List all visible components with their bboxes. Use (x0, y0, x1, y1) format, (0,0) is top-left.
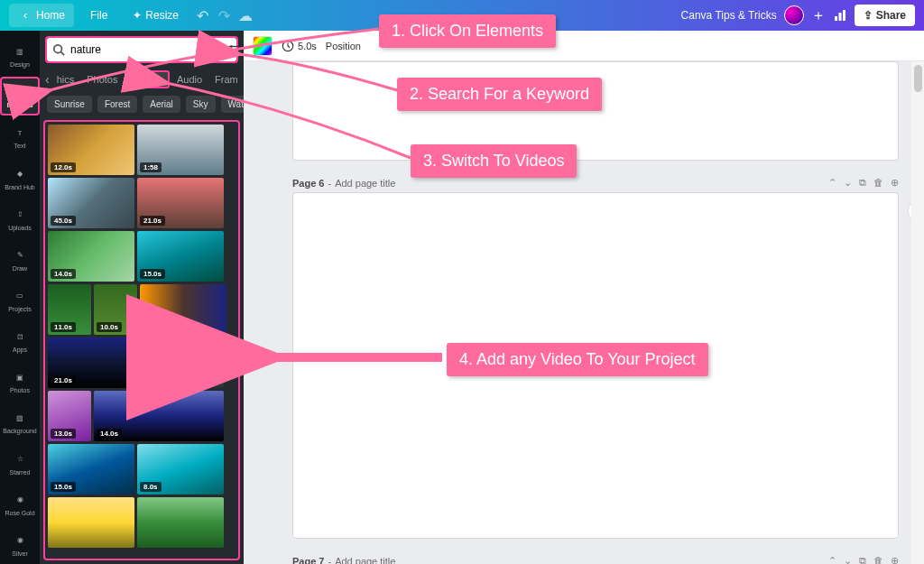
sidebar-label: Apps (13, 347, 27, 353)
video-duration: 20.0s (140, 375, 165, 385)
annotation-4: 4. Add any Video To Your Project (447, 343, 708, 376)
video-thumb[interactable]: 11.0s (48, 284, 91, 335)
sidebar-label: Photos (10, 387, 30, 393)
upload-icon: ⇪ (864, 9, 873, 22)
vertical-scrollbar[interactable] (911, 61, 924, 564)
sidebar-item-rose-gold[interactable]: ◉Rose Gold (0, 485, 40, 523)
chip-sunrise[interactable]: Sunrise (47, 96, 92, 113)
svg-rect-0 (835, 16, 837, 21)
page-delete-icon[interactable]: 🗑 (873, 177, 883, 189)
page-collapse-icon[interactable]: ⌃ (828, 555, 836, 564)
video-thumb[interactable]: 10.0s (94, 284, 137, 335)
video-thumb[interactable]: 13.0s (48, 391, 91, 441)
page-title-input[interactable]: Add page title (335, 178, 395, 189)
avatar[interactable] (784, 5, 804, 25)
analytics-icon[interactable] (833, 8, 847, 23)
redo-icon[interactable]: ↷ (217, 8, 231, 23)
video-duration: 15.0s (51, 482, 76, 492)
duration-button[interactable]: 5.0s (282, 40, 317, 52)
sidebar-item-projects[interactable]: ▭Projects (0, 281, 40, 319)
document-title[interactable]: Canva Tips & Tricks (681, 9, 777, 22)
page-add-icon[interactable]: ⊕ (891, 555, 899, 564)
page-expand-icon[interactable]: ⌄ (844, 555, 852, 564)
video-thumb[interactable] (137, 497, 224, 548)
chip-aerial[interactable]: Aerial (143, 96, 180, 113)
sparkle-icon: ✦ (133, 9, 142, 22)
video-thumb[interactable]: 18.0s (140, 284, 226, 335)
page-number: Page 6 (292, 178, 324, 189)
video-thumb[interactable]: 8.0s (137, 444, 224, 495)
video-thumb[interactable]: 15.0s (137, 231, 224, 282)
sidebar-item-text[interactable]: TText (0, 117, 40, 156)
tab-fram[interactable]: Fram (209, 70, 244, 88)
sidebar-item-photos[interactable]: ▣Photos (0, 362, 40, 401)
video-thumb[interactable]: 12.0s (48, 125, 134, 175)
color-picker[interactable] (253, 36, 273, 56)
home-button[interactable]: ‹ Home (9, 4, 74, 27)
chip-water[interactable]: Water (221, 96, 245, 113)
video-duration: 45.0s (51, 216, 76, 226)
resize-label: Resize (145, 9, 179, 22)
video-thumb[interactable]: 14.0s (94, 391, 224, 441)
duration-value: 5.0s (298, 41, 317, 51)
search-highlight (45, 36, 238, 63)
sidebar-item-elements[interactable]: ⊞Elements (0, 77, 40, 116)
tab-photos[interactable]: Photos (81, 70, 123, 88)
video-thumb[interactable]: 15.0s (48, 444, 134, 495)
chevron-left-icon: ‹ (18, 8, 32, 23)
tab-hics[interactable]: hics (51, 70, 80, 88)
svg-point-7 (230, 45, 233, 48)
page-add-icon[interactable]: ⊕ (891, 177, 899, 189)
video-thumb[interactable]: 45.0s (48, 178, 134, 228)
page-title-input[interactable]: Add page title (335, 556, 395, 565)
page-canvas-prev[interactable] (292, 61, 899, 161)
video-thumb[interactable]: 20.0s (137, 337, 224, 388)
filter-icon[interactable] (227, 43, 240, 56)
position-button[interactable]: Position (326, 41, 361, 51)
resize-button[interactable]: ✦ Resize (124, 5, 188, 26)
chip-sky[interactable]: Sky (186, 96, 216, 113)
chip-forest[interactable]: Forest (97, 96, 137, 113)
sidebar-label: Starred (10, 469, 31, 476)
share-button[interactable]: ⇪ Share (855, 5, 915, 26)
tab-videos[interactable]: Videos (125, 70, 169, 88)
search-icon (52, 43, 65, 56)
video-duration: 21.0s (51, 375, 76, 385)
sidebar-item-starred[interactable]: ☆Starred (0, 443, 40, 482)
sidebar-icon: ◉ (12, 492, 28, 508)
video-duration: 10.0s (97, 322, 122, 332)
sidebar-label: Draw (13, 265, 27, 272)
sidebar-item-apps[interactable]: ⊡Apps (0, 321, 40, 360)
sidebar-item-brand-hub[interactable]: ◆Brand Hub (0, 159, 40, 198)
video-thumb[interactable]: 14.0s (48, 231, 134, 282)
sidebar-item-design[interactable]: ▥Design (0, 36, 40, 75)
page-collapse-icon[interactable]: ⌃ (828, 177, 836, 189)
cloud-sync-icon[interactable]: ☁ (238, 8, 253, 23)
svg-line-4 (61, 52, 65, 56)
page-expand-icon[interactable]: ⌄ (844, 177, 852, 189)
page-duplicate-icon[interactable]: ⧉ (859, 177, 866, 189)
video-duration: 18.0s (143, 322, 168, 332)
page-delete-icon[interactable]: 🗑 (873, 555, 883, 564)
sidebar-icon: ⊡ (12, 328, 28, 345)
clear-icon[interactable] (211, 44, 222, 55)
add-member-icon[interactable]: ＋ (811, 8, 826, 23)
sidebar-item-draw[interactable]: ✎Draw (0, 240, 40, 279)
video-duration: 13.0s (51, 429, 76, 439)
sidebar-item-uploads[interactable]: ⇧Uploads (0, 199, 40, 238)
search-box (47, 38, 236, 61)
video-thumb[interactable]: 21.0s (48, 337, 134, 388)
tabs-prev-icon[interactable]: ‹ (45, 72, 50, 87)
sidebar-item-background[interactable]: ▨Background (0, 402, 40, 441)
search-input[interactable] (70, 43, 206, 56)
video-thumb[interactable] (48, 497, 134, 548)
sidebar-icon: ⊞ (12, 84, 28, 100)
undo-icon[interactable]: ↶ (195, 8, 209, 23)
page-duplicate-icon[interactable]: ⧉ (859, 555, 866, 564)
video-thumb[interactable]: 21.0s (137, 178, 224, 228)
sidebar-item-silver[interactable]: ◉Silver (0, 525, 40, 564)
sidebar-label: Background (3, 428, 36, 434)
tab-audio[interactable]: Audio (171, 70, 208, 88)
video-thumb[interactable]: 1:58 (137, 125, 224, 175)
file-menu[interactable]: File (81, 5, 116, 26)
